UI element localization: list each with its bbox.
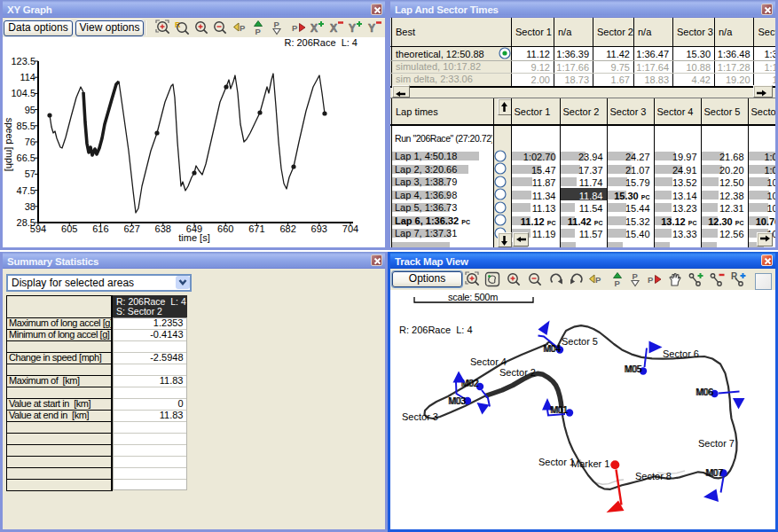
svg-text:104.5: 104.5	[11, 88, 35, 98]
svg-text:Sector 5: Sector 5	[562, 336, 598, 347]
svg-text:M04: M04	[544, 344, 562, 354]
svg-text:47.5: 47.5	[17, 185, 35, 196]
svg-text:R: 206Race L: 4: R: 206Race L: 4	[399, 325, 473, 335]
svg-text:57: 57	[25, 168, 35, 179]
svg-text:Sector 2: Sector 2	[499, 367, 536, 378]
svg-text:P: P	[292, 23, 298, 33]
svg-text:605: 605	[61, 223, 77, 234]
svg-text:123.5: 123.5	[11, 56, 35, 66]
svg-text:704: 704	[342, 223, 358, 234]
svg-text:X: X	[310, 22, 318, 35]
svg-text:R: 206Race L: 4: R: 206Race L: 4	[284, 37, 358, 48]
svg-text:616: 616	[92, 223, 108, 234]
svg-text:594: 594	[30, 223, 46, 234]
svg-text:P: P	[274, 20, 280, 29]
svg-text:638: 638	[155, 223, 171, 234]
svg-text:627: 627	[123, 223, 139, 234]
svg-text:Y: Y	[368, 22, 375, 35]
svg-text:Sector 1: Sector 1	[538, 457, 575, 467]
svg-text:682: 682	[279, 223, 295, 234]
svg-text:Sector 3: Sector 3	[402, 411, 438, 422]
svg-text:693: 693	[311, 223, 327, 234]
svg-text:M07: M07	[706, 468, 724, 478]
svg-text:X: X	[330, 22, 337, 35]
svg-text:38: 38	[25, 201, 35, 212]
svg-text:Y: Y	[349, 22, 356, 35]
svg-text:P: P	[240, 23, 246, 33]
svg-text:Sector 4: Sector 4	[470, 356, 507, 367]
svg-text:P: P	[648, 275, 654, 285]
svg-text:P: P	[633, 271, 639, 281]
svg-text:time [s]: time [s]	[178, 232, 209, 243]
svg-text:M02: M02	[462, 379, 480, 388]
svg-text:speed [mph]: speed [mph]	[4, 118, 15, 172]
svg-text:66.5: 66.5	[17, 153, 35, 163]
svg-text:95: 95	[25, 105, 35, 115]
svg-text:114: 114	[20, 72, 35, 82]
svg-text:Sector 7: Sector 7	[698, 438, 735, 449]
svg-text:P: P	[255, 27, 262, 35]
svg-text:P: P	[615, 278, 621, 287]
svg-text:scale: 500m: scale: 500m	[448, 292, 498, 302]
svg-text:P: P	[595, 275, 601, 285]
svg-text:85.5: 85.5	[17, 121, 35, 131]
svg-text:Sector 6: Sector 6	[663, 348, 699, 359]
svg-text:660: 660	[217, 223, 233, 234]
svg-text:M03: M03	[449, 396, 467, 406]
svg-text:76: 76	[25, 137, 35, 147]
svg-text:671: 671	[248, 223, 264, 234]
svg-text:Marker 1: Marker 1	[571, 458, 609, 469]
svg-text:Sector 8: Sector 8	[635, 471, 672, 481]
svg-text:M06: M06	[696, 387, 714, 397]
svg-text:M05: M05	[625, 364, 643, 374]
svg-text:M01: M01	[551, 405, 569, 415]
